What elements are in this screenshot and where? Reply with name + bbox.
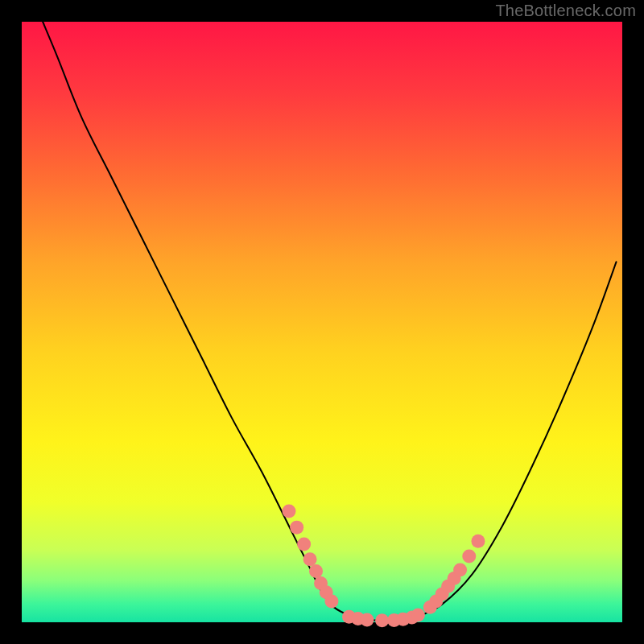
highlight-dot <box>453 564 467 577</box>
highlight-dot <box>471 535 485 548</box>
bottleneck-chart <box>0 0 644 644</box>
highlight-dot <box>324 594 338 608</box>
highlight-dot <box>462 549 476 563</box>
highlight-dot <box>303 552 317 566</box>
watermark-text: TheBottleneck.com <box>495 2 636 20</box>
chart-stage: { "watermark": "TheBottleneck.com", "col… <box>0 0 644 644</box>
highlight-dot <box>290 521 303 535</box>
highlight-dot <box>411 609 425 622</box>
plot-background <box>22 22 622 622</box>
highlight-dot <box>375 613 389 627</box>
highlight-dot <box>297 538 311 551</box>
highlight-dot <box>360 613 374 627</box>
highlight-dot <box>282 504 295 518</box>
highlight-dot <box>309 564 323 578</box>
